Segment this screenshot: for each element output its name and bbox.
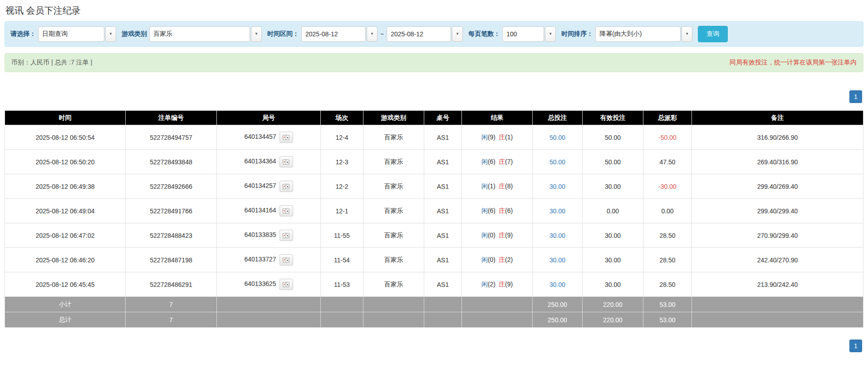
round-number: 640133835 [244,231,276,238]
per-page-input[interactable] [502,26,544,42]
filter-group-game-type: 游戏类别 ▼ [122,26,262,42]
summary-currency-count: 币别：人民币 | 总共 :7 注单 | [11,59,92,67]
cards-icon [282,208,290,214]
cell-table: AS1 [424,199,462,223]
cell-time: 2025-08-12 06:45:45 [5,272,126,297]
date-type-input[interactable] [38,26,104,42]
cell-valid-bet: 50.00 [583,150,643,174]
result-banker-score: (8) [505,182,513,190]
view-cards-button[interactable] [280,132,293,143]
game-type-dropdown-toggle[interactable]: ▼ [251,26,262,42]
grand-total-label: 总计 [5,312,126,328]
cell-session: 11-55 [321,223,363,248]
filter-group-sort: 时间排序： ▼ [561,26,692,42]
cell-total-bet: 50.00 [533,125,583,150]
round-number: 640134457 [244,133,276,140]
cell-result: 闲(0)庄(9) [462,223,533,248]
cards-icon [282,232,290,239]
cell-payout: 28.50 [643,223,692,248]
result-player: 闲 [481,158,488,165]
subtotal-empty-cell [692,297,863,312]
page: 视讯 会员下注纪录 请选择： ▼ 游戏类别 ▼ 时间区间： ▼ ~ [0,0,868,352]
date-to-input[interactable] [387,26,451,42]
result-banker: 庄 [499,182,505,190]
result-banker: 庄 [499,256,505,263]
search-button[interactable]: 查询 [698,26,728,42]
cell-valid-bet: 30.00 [583,272,643,297]
view-cards-button[interactable] [280,279,293,290]
cell-game-type: 百家乐 [363,248,424,272]
result-banker-score: (9) [505,231,513,239]
round-number: 640134257 [244,182,276,189]
cell-session: 11-53 [321,272,363,297]
date-type-dropdown-toggle[interactable]: ▼ [105,26,116,42]
result-banker-score: (7) [505,158,513,165]
date-from-input[interactable] [301,26,366,42]
chevron-down-icon: ▼ [549,32,552,36]
cell-session: 12-2 [321,174,363,199]
view-cards-button[interactable] [280,205,293,217]
total-bet-link[interactable]: 50.00 [549,134,565,141]
game-type-input[interactable] [149,26,250,42]
total-bet-link[interactable]: 30.00 [549,256,565,264]
cell-note: 242.40/270.90 [692,248,863,272]
cell-table: AS1 [424,150,462,174]
cell-round: 640134457 [217,125,321,150]
cards-icon [282,134,290,141]
result-player: 闲 [481,256,488,263]
view-cards-button[interactable] [280,156,293,167]
result-banker: 庄 [499,133,505,141]
cell-session: 12-1 [321,199,363,223]
column-header-result: 结果 [462,111,533,125]
table-row: 2025-08-12 06:49:04 522728491766 6401341… [5,199,863,223]
date-range-label: 时间区间： [267,30,299,38]
view-cards-button[interactable] [280,230,293,241]
column-header-note: 备注 [692,111,863,125]
cell-session: 12-4 [321,125,363,150]
subtotal-total-bet: 250.00 [533,297,583,312]
total-bet-link[interactable]: 30.00 [549,281,565,288]
subtotal-empty-cell [217,297,321,312]
result-player: 闲 [481,182,488,190]
total-bet-link[interactable]: 50.00 [549,158,565,166]
summary-note: 同局有效投注，统一计算在该局第一张注单内 [730,59,857,67]
cell-time: 2025-08-12 06:50:54 [5,125,126,150]
date-to-dropdown-toggle[interactable]: ▼ [452,26,463,42]
column-header-payout: 总派彩 [643,111,692,125]
filter-bar: 请选择： ▼ 游戏类别 ▼ 时间区间： ▼ ~ ▼ [5,21,863,47]
cell-total-bet: 30.00 [533,248,583,272]
subtotal-empty-cell [424,297,462,312]
subtotal-valid-bet: 220.00 [583,297,643,312]
view-cards-button[interactable] [280,181,293,192]
cell-total-bet: 30.00 [533,272,583,297]
page-1-button[interactable]: 1 [849,340,862,352]
cell-note: 299.40/269.40 [692,174,863,199]
result-banker: 庄 [499,231,505,239]
view-cards-button[interactable] [280,254,293,266]
per-page-label: 每页笔数： [468,30,500,38]
cell-note: 213.90/242.40 [692,272,863,297]
total-bet-link[interactable]: 30.00 [549,183,565,190]
sort-dropdown-toggle[interactable]: ▼ [682,26,692,42]
total-bet-link[interactable]: 30.00 [549,207,565,215]
round-number: 640133727 [244,256,276,263]
filter-group-date-type: 请选择： ▼ [10,26,116,42]
cell-bet-id: 522728494757 [126,125,217,150]
total-bet-link[interactable]: 30.00 [549,232,565,239]
cell-result: 闲(9)庄(1) [462,125,533,150]
cell-note: 316.90/266.90 [692,125,863,150]
cell-bet-id: 522728491766 [126,199,217,223]
result-player: 闲 [481,207,488,214]
column-header-table: 桌号 [424,111,462,125]
column-header-round: 局号 [217,111,321,125]
date-type-combobox: ▼ [38,26,116,42]
table-body: 2025-08-12 06:50:54 522728494757 6401344… [5,125,863,297]
sort-input[interactable] [595,26,681,42]
grand-total-empty-cell [424,312,462,328]
per-page-dropdown-toggle[interactable]: ▼ [545,26,556,42]
result-banker-score: (2) [505,256,513,263]
page-1-button[interactable]: 1 [849,90,862,103]
round-number: 640133625 [244,280,276,287]
cell-game-type: 百家乐 [363,272,424,297]
date-from-dropdown-toggle[interactable]: ▼ [367,26,378,42]
